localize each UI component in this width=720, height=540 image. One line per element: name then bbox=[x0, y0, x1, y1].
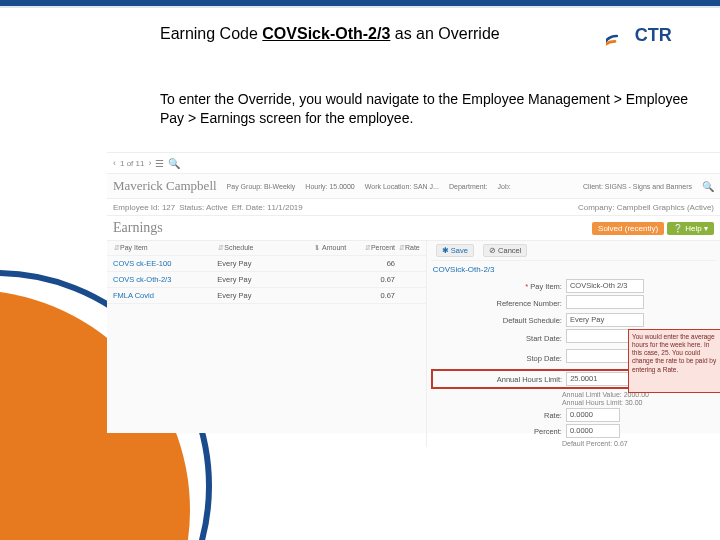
percent-label: Percent: bbox=[431, 427, 566, 436]
start-date-field[interactable] bbox=[566, 329, 630, 343]
earnings-heading: Earnings bbox=[113, 220, 589, 236]
table-row[interactable]: FMLA CovidEvery Pay0.67 bbox=[107, 288, 426, 304]
slide-title: Earning Code COVSick-Oth-2/3 as an Overr… bbox=[160, 24, 590, 44]
cancel-button[interactable]: ⊘ Cancel bbox=[483, 244, 527, 257]
workloc-label: Work Location: SAN J... bbox=[365, 183, 439, 190]
list-icon[interactable]: ☰ bbox=[155, 158, 164, 169]
slide-body: To enter the Override, you would navigat… bbox=[160, 90, 710, 128]
employee-status: Status: Active bbox=[179, 203, 227, 212]
breadcrumb: ‹ 1 of 11 › ☰ 🔍 bbox=[107, 153, 720, 174]
col-schedule[interactable]: Schedule bbox=[224, 244, 253, 251]
prev-icon[interactable]: ‹ bbox=[113, 158, 116, 168]
pay-item-field[interactable]: COVSick-Oth 2/3 bbox=[566, 279, 644, 293]
default-percent: Default Percent: 0.67 bbox=[431, 440, 716, 447]
col-rate[interactable]: Rate bbox=[405, 244, 420, 251]
svg-text:CTR: CTR bbox=[635, 25, 672, 45]
company-label: Company: Campbell Graphics (Active) bbox=[578, 203, 714, 212]
start-date-label: Start Date: bbox=[431, 334, 566, 343]
paygroup-label: Pay Group: Bi-Weekly bbox=[227, 183, 296, 190]
percent-field[interactable]: 0.0000 bbox=[566, 424, 620, 438]
annual-hours-limit-static: Annual Hours Limit: 30.00 bbox=[431, 399, 716, 406]
next-icon[interactable]: › bbox=[148, 158, 151, 168]
reference-label: Reference Number: bbox=[431, 299, 566, 308]
help-button[interactable]: ❔ Help ▾ bbox=[667, 222, 714, 235]
callout-box: You would enter the average hours for th… bbox=[628, 329, 720, 393]
col-amount[interactable]: Amount bbox=[322, 244, 346, 251]
hourly-label: Hourly: 15.0000 bbox=[305, 183, 354, 190]
schedule-label: Default Schedule: bbox=[431, 316, 566, 325]
logo: CTR bbox=[606, 16, 696, 56]
table-header: ⇵Pay Item ⇵Schedule ⥮ Amount ⇵Percent ⇵R… bbox=[107, 241, 426, 256]
client-label: Client: SIGNS - Signs and Banners bbox=[583, 183, 692, 190]
header-search-icon[interactable]: 🔍 bbox=[702, 181, 714, 192]
earnings-header: Earnings Solved (recently) ❔ Help ▾ bbox=[107, 216, 720, 241]
rate-field[interactable]: 0.0000 bbox=[566, 408, 620, 422]
rate-label: Rate: bbox=[431, 411, 566, 420]
save-button[interactable]: ✱ Save bbox=[436, 244, 474, 257]
title-code: COVSick-Oth-2/3 bbox=[262, 25, 390, 42]
employee-id: Employee Id: 127 bbox=[113, 203, 175, 212]
pay-item-label: Pay Item: bbox=[431, 282, 566, 291]
department-label: Department: bbox=[449, 183, 488, 190]
table-row[interactable]: COVS ck-Oth-2/3Every Pay0.67 bbox=[107, 272, 426, 288]
employee-header: Maverick Campbell Pay Group: Bi-Weekly H… bbox=[107, 174, 720, 199]
schedule-field[interactable]: Every Pay bbox=[566, 313, 644, 327]
col-percent[interactable]: Percent bbox=[371, 244, 395, 251]
form-title: COVSick-Oth-2/3 bbox=[431, 261, 716, 277]
earnings-form: ✱ Save ⊘ Cancel COVSick-Oth-2/3 Pay Item… bbox=[427, 241, 720, 447]
title-pre: Earning Code bbox=[160, 25, 262, 42]
eff-date: Eff. Date: 11/1/2019 bbox=[232, 203, 303, 212]
stop-date-label: Stop Date: bbox=[431, 354, 566, 363]
table-row[interactable]: COVS ck-EE-100Every Pay66 bbox=[107, 256, 426, 272]
col-pay-item[interactable]: Pay Item bbox=[120, 244, 148, 251]
solved-button[interactable]: Solved (recently) bbox=[592, 222, 664, 235]
annual-hours-label: Annual Hours Limit: bbox=[434, 375, 566, 384]
pager-text: 1 of 11 bbox=[120, 159, 144, 168]
reference-field[interactable] bbox=[566, 295, 644, 309]
job-label: Job: bbox=[497, 183, 510, 190]
search-icon[interactable]: 🔍 bbox=[168, 158, 180, 169]
title-post: as an Override bbox=[390, 25, 499, 42]
earnings-table: ⇵Pay Item ⇵Schedule ⥮ Amount ⇵Percent ⇵R… bbox=[107, 241, 427, 447]
employee-name: Maverick Campbell bbox=[113, 178, 217, 194]
stop-date-field[interactable] bbox=[566, 349, 630, 363]
screenshot-region: ‹ 1 of 11 › ☰ 🔍 Maverick Campbell Pay Gr… bbox=[107, 152, 720, 433]
employee-subheader: Employee Id: 127 Status: Active Eff. Dat… bbox=[107, 199, 720, 216]
